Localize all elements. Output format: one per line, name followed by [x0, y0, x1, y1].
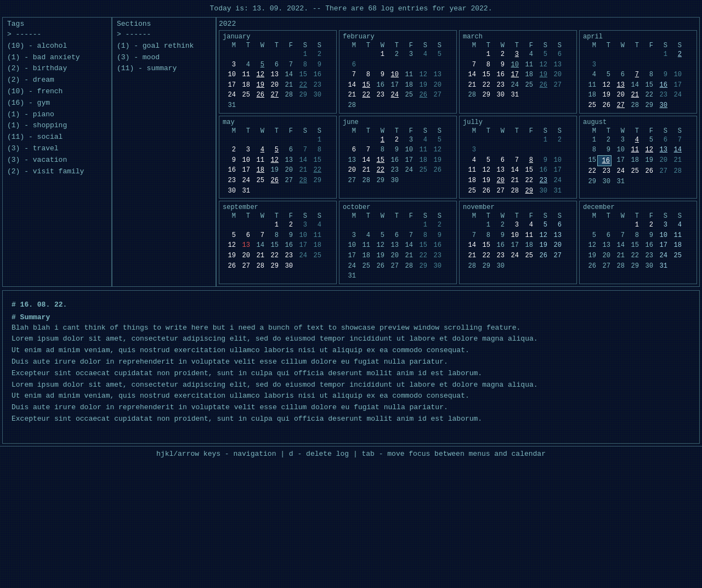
cal-day[interactable]: 31 [343, 271, 357, 281]
cal-day[interactable]: 2 [491, 49, 506, 60]
cal-day[interactable]: 5 [640, 135, 654, 145]
cal-day[interactable]: 5 [534, 220, 548, 230]
cal-day[interactable]: 27 [343, 176, 357, 186]
cal-day[interactable]: 1 [308, 135, 322, 145]
cal-day[interactable]: 30 [640, 261, 654, 272]
cal-day[interactable]: 1 [534, 135, 548, 145]
cal-day[interactable]: 18 [357, 251, 371, 261]
cal-day[interactable]: 14 [343, 80, 357, 91]
cal-day[interactable]: 13 [548, 60, 563, 70]
cal-day[interactable]: 7 [463, 60, 477, 70]
cal-day[interactable]: 2 [597, 135, 612, 145]
cal-day[interactable]: 2 [491, 220, 506, 230]
cal-day[interactable]: 28 [400, 261, 414, 272]
cal-day[interactable]: 20 [654, 155, 669, 167]
cal-day[interactable]: 5 [371, 230, 386, 241]
cal-day[interactable]: 9 [534, 155, 548, 166]
cal-day[interactable]: 7 [251, 230, 265, 241]
cal-day[interactable]: 8 [308, 145, 322, 155]
tag-item[interactable]: (2) - visit family [7, 166, 107, 178]
cal-day[interactable]: 30 [428, 261, 443, 272]
cal-day[interactable]: 28 [251, 261, 265, 272]
cal-day[interactable]: 1 [265, 220, 280, 230]
cal-day[interactable]: 18 [308, 240, 322, 251]
cal-day[interactable]: 25 [414, 165, 428, 176]
cal-day[interactable]: 6 [612, 70, 626, 80]
cal-day[interactable]: 17 [294, 240, 308, 251]
cal-day[interactable]: 1 [371, 49, 386, 60]
cal-day[interactable]: 16 [597, 155, 612, 167]
cal-day[interactable]: 19 [597, 90, 612, 100]
cal-day[interactable]: 12 [223, 240, 237, 251]
cal-day[interactable]: 19 [583, 251, 597, 261]
cal-day[interactable]: 22 [583, 166, 597, 177]
cal-day[interactable]: 16 [223, 165, 237, 176]
cal-day[interactable]: 20 [548, 240, 563, 251]
cal-day[interactable]: 28 [280, 90, 294, 100]
cal-day[interactable]: 11 [626, 145, 640, 155]
cal-day[interactable]: 23 [640, 251, 654, 261]
cal-day[interactable]: 20 [265, 80, 280, 91]
cal-day[interactable]: 14 [294, 155, 308, 166]
cal-day[interactable]: 24 [223, 90, 237, 100]
cal-day[interactable]: 15 [520, 165, 534, 176]
cal-day[interactable]: 28 [669, 166, 683, 177]
cal-day[interactable]: 23 [534, 176, 548, 186]
cal-day[interactable]: 10 [612, 145, 626, 155]
cal-day[interactable]: 27 [654, 166, 669, 177]
cal-day[interactable]: 25 [626, 166, 640, 177]
cal-day[interactable]: 23 [654, 90, 669, 100]
cal-day[interactable]: 25 [583, 100, 597, 111]
cal-day[interactable]: 7 [400, 230, 414, 241]
cal-day[interactable]: 29 [583, 177, 597, 187]
cal-day[interactable]: 22 [477, 251, 491, 261]
cal-day[interactable]: 10 [386, 70, 400, 80]
cal-day[interactable]: 24 [294, 251, 308, 261]
cal-day[interactable]: 19 [534, 240, 548, 251]
cal-day[interactable]: 22 [626, 251, 640, 261]
cal-day[interactable]: 22 [640, 90, 654, 100]
section-item[interactable]: (11) - summary [117, 63, 211, 75]
cal-day[interactable]: 7 [343, 70, 357, 80]
cal-day[interactable]: 8 [626, 230, 640, 241]
cal-day[interactable]: 31 [237, 186, 251, 196]
cal-day[interactable]: 27 [265, 90, 280, 100]
cal-day[interactable]: 28 [612, 261, 626, 272]
cal-day[interactable]: 27 [612, 100, 626, 111]
cal-day[interactable]: 15 [371, 155, 386, 166]
cal-day[interactable]: 23 [386, 165, 400, 176]
cal-day[interactable]: 3 [506, 220, 520, 230]
cal-day[interactable]: 18 [414, 155, 428, 166]
cal-day[interactable]: 26 [597, 100, 612, 111]
cal-day[interactable]: 6 [265, 60, 280, 70]
cal-day[interactable]: 4 [357, 230, 371, 241]
cal-day[interactable]: 22 [477, 80, 491, 91]
cal-day[interactable]: 9 [428, 230, 443, 241]
cal-day[interactable]: 30 [386, 176, 400, 186]
cal-day[interactable]: 9 [308, 60, 322, 70]
cal-day[interactable]: 20 [491, 176, 506, 186]
cal-day[interactable]: 17 [386, 80, 400, 91]
cal-day[interactable]: 11 [414, 145, 428, 155]
cal-day[interactable]: 23 [428, 251, 443, 261]
cal-day[interactable]: 8 [520, 155, 534, 166]
cal-day[interactable]: 25 [520, 251, 534, 261]
cal-day[interactable]: 19 [251, 80, 265, 91]
cal-day[interactable]: 27 [237, 261, 251, 272]
cal-day[interactable]: 31 [223, 100, 237, 111]
cal-day[interactable]: 15 [357, 80, 371, 91]
cal-day[interactable]: 6 [343, 145, 357, 155]
cal-day[interactable]: 18 [669, 240, 683, 251]
tag-item[interactable]: (1) - bad anxiety [7, 52, 107, 64]
cal-day[interactable]: 27 [491, 186, 506, 196]
cal-day[interactable]: 6 [343, 60, 357, 70]
cal-day[interactable]: 8 [371, 145, 386, 155]
cal-day[interactable]: 24 [548, 176, 563, 186]
cal-day[interactable]: 26 [223, 261, 237, 272]
cal-day[interactable]: 22 [308, 165, 322, 176]
section-item[interactable]: (3) - mood [117, 52, 211, 64]
cal-day[interactable]: 11 [400, 70, 414, 80]
cal-day[interactable]: 31 [506, 90, 520, 100]
cal-day[interactable]: 12 [265, 155, 280, 166]
cal-day[interactable]: 16 [428, 240, 443, 251]
